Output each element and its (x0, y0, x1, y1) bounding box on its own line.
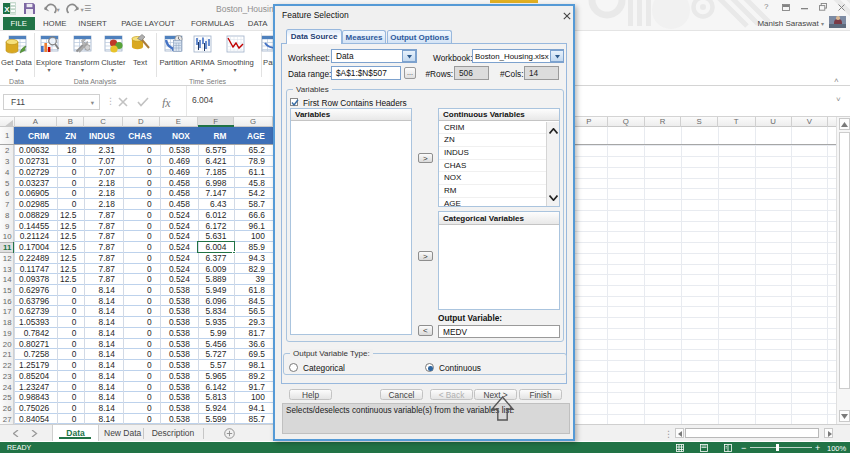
svg-text:X: X (4, 5, 10, 14)
svg-text:fx: fx (162, 97, 171, 108)
svg-text:▾: ▾ (57, 6, 61, 13)
